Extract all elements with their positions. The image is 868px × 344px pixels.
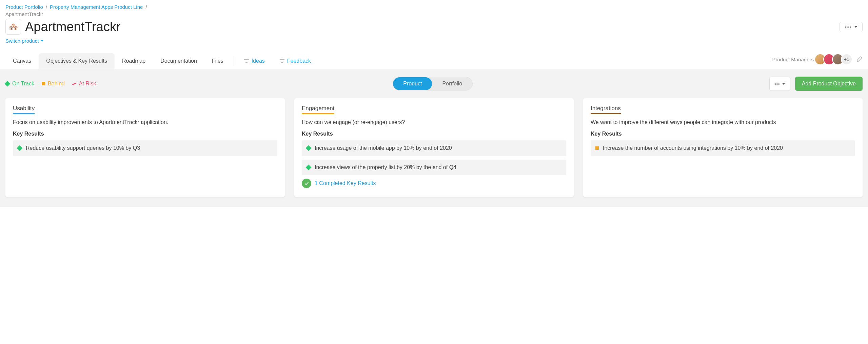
completed-key-results-label: 1 Completed Key Results bbox=[315, 180, 376, 186]
key-result-text: Increase views of the property list by 2… bbox=[315, 164, 456, 171]
square-icon bbox=[42, 82, 45, 85]
objective-title: Integrations bbox=[591, 105, 621, 114]
key-result-text: Increase the number of accounts using in… bbox=[603, 144, 783, 152]
objectives-grid: UsabilityFocus on usability improvements… bbox=[0, 98, 868, 207]
objective-description: How can we engage (or re-engage) users? bbox=[302, 118, 566, 126]
objective-description: We want to improve the different ways pe… bbox=[591, 118, 855, 126]
tab-separator bbox=[234, 57, 234, 65]
tab-files[interactable]: Files bbox=[204, 53, 231, 69]
objective-description: Focus on usability improvements to Apart… bbox=[13, 118, 277, 126]
filter-icon bbox=[280, 59, 284, 63]
tab-ideas[interactable]: Ideas bbox=[237, 53, 272, 69]
chevron-down-icon bbox=[782, 83, 785, 85]
diamond-icon bbox=[306, 145, 312, 151]
breadcrumb-line[interactable]: Property Management Apps Product Line bbox=[50, 3, 143, 11]
ellipsis-icon: ••• bbox=[774, 81, 780, 87]
key-result-item[interactable]: Reduce usability support queries by 10% … bbox=[13, 140, 277, 156]
diamond-icon bbox=[17, 145, 23, 151]
tab-okr[interactable]: Objectives & Key Results bbox=[39, 53, 115, 69]
tab-list: Canvas Objectives & Key Results Roadmap … bbox=[5, 53, 318, 69]
chevron-down-icon bbox=[854, 26, 857, 28]
key-result-text: Increase usage of the mobile app by 10% … bbox=[315, 144, 452, 152]
breadcrumb-root[interactable]: Product Portfolio bbox=[5, 3, 43, 11]
tab-feedback[interactable]: Feedback bbox=[272, 53, 318, 69]
tab-feedback-label: Feedback bbox=[287, 58, 311, 64]
diamond-icon bbox=[306, 164, 312, 170]
status-legend: On Track Behind At Risk bbox=[5, 81, 96, 87]
diamond-icon bbox=[5, 81, 11, 87]
scope-toggle: Product Portfolio bbox=[393, 77, 473, 90]
tab-documentation[interactable]: Documentation bbox=[153, 53, 204, 69]
key-result-item[interactable]: Increase views of the property list by 2… bbox=[302, 160, 566, 175]
objective-title: Engagement bbox=[302, 105, 334, 114]
breadcrumb-separator: / bbox=[145, 3, 147, 11]
tab-roadmap[interactable]: Roadmap bbox=[115, 53, 153, 69]
objective-title: Usability bbox=[13, 105, 35, 114]
tab-ideas-label: Ideas bbox=[252, 58, 265, 64]
key-result-item[interactable]: Increase usage of the mobile app by 10% … bbox=[302, 140, 566, 156]
page-more-button[interactable]: ••• bbox=[840, 22, 863, 32]
square-icon bbox=[595, 146, 599, 150]
key-result-item[interactable]: Increase the number of accounts using in… bbox=[591, 140, 855, 156]
legend-behind: Behind bbox=[42, 81, 65, 87]
objective-card[interactable]: UsabilityFocus on usability improvements… bbox=[5, 98, 285, 197]
objective-card[interactable]: EngagementHow can we engage (or re-engag… bbox=[294, 98, 574, 197]
legend-on-track-label: On Track bbox=[12, 81, 34, 87]
legend-at-risk: At Risk bbox=[72, 81, 96, 87]
ellipsis-icon: ••• bbox=[845, 24, 852, 30]
check-circle-icon bbox=[302, 179, 311, 188]
filter-icon bbox=[244, 59, 249, 63]
legend-on-track: On Track bbox=[5, 81, 34, 87]
product-icon: 🏘️ bbox=[5, 19, 21, 35]
legend-behind-label: Behind bbox=[48, 81, 65, 87]
toggle-product[interactable]: Product bbox=[393, 77, 432, 90]
avatar-stack[interactable]: +5 bbox=[817, 54, 852, 65]
key-result-text: Reduce usability support queries by 10% … bbox=[26, 144, 140, 152]
breadcrumb: Product Portfolio / Property Management … bbox=[5, 3, 863, 11]
add-product-objective-button[interactable]: Add Product Objective bbox=[795, 77, 863, 91]
pencil-icon[interactable] bbox=[856, 56, 863, 63]
breadcrumb-current: ApartmentTrackr bbox=[5, 11, 43, 18]
legend-at-risk-label: At Risk bbox=[79, 81, 96, 87]
page-title: ApartmentTrackr bbox=[25, 20, 121, 34]
slash-icon bbox=[72, 83, 76, 85]
toggle-portfolio[interactable]: Portfolio bbox=[432, 77, 472, 90]
tab-canvas[interactable]: Canvas bbox=[5, 53, 39, 69]
key-results-heading: Key Results bbox=[13, 131, 277, 137]
key-results-heading: Key Results bbox=[302, 131, 566, 137]
switch-product-label: Switch product bbox=[5, 38, 39, 44]
chevron-down-icon bbox=[41, 40, 43, 42]
product-managers-label: Product Managers bbox=[772, 57, 814, 62]
toolbar-more-button[interactable]: ••• bbox=[769, 77, 790, 91]
switch-product-link[interactable]: Switch product bbox=[5, 38, 43, 44]
objective-card[interactable]: IntegrationsWe want to improve the diffe… bbox=[583, 98, 863, 197]
key-results-heading: Key Results bbox=[591, 131, 855, 137]
breadcrumb-separator: / bbox=[46, 3, 47, 11]
completed-key-results[interactable]: 1 Completed Key Results bbox=[302, 179, 566, 188]
avatar-more-count[interactable]: +5 bbox=[841, 54, 852, 65]
